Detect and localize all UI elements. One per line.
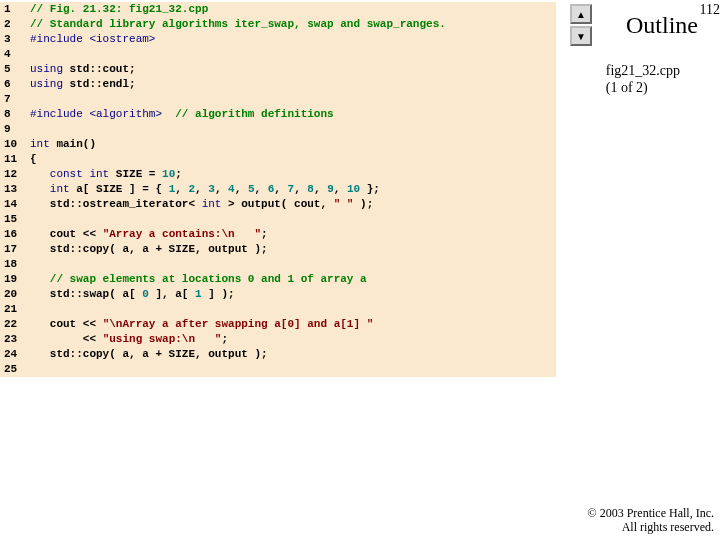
slide: 1// Fig. 21.32: fig21_32.cpp2// Standard… [0,0,720,540]
nav-up-button[interactable]: ▲ [570,4,592,24]
slide-caption: fig21_32.cpp (1 of 2) [606,62,680,96]
line-number: 8 [0,107,30,122]
code-line: 24 std::copy( a, a + SIZE, output ); [0,347,556,362]
copyright-line1: © 2003 Prentice Hall, Inc. [588,506,714,520]
code-text: #include <algorithm> // algorithm defini… [30,107,556,122]
code-line: 19 // swap elements at locations 0 and 1… [0,272,556,287]
code-text: int main() [30,137,556,152]
code-line: 8#include <algorithm> // algorithm defin… [0,107,556,122]
code-text: int a[ SIZE ] = { 1, 2, 3, 4, 5, 6, 7, 8… [30,182,556,197]
code-text [30,257,556,272]
code-text [30,362,556,377]
triangle-up-icon: ▲ [576,9,586,20]
code-text: using std::cout; [30,62,556,77]
code-text: const int SIZE = 10; [30,167,556,182]
line-number: 21 [0,302,30,317]
line-number: 17 [0,242,30,257]
page-number: 112 [700,2,720,18]
code-text [30,302,556,317]
code-line: 15 [0,212,556,227]
line-number: 25 [0,362,30,377]
line-number: 22 [0,317,30,332]
code-line: 12 const int SIZE = 10; [0,167,556,182]
copyright-line2: All rights reserved. [588,520,714,534]
code-text: { [30,152,556,167]
line-number: 3 [0,32,30,47]
code-line: 1// Fig. 21.32: fig21_32.cpp [0,2,556,17]
caption-file: fig21_32.cpp [606,62,680,79]
code-line: 13 int a[ SIZE ] = { 1, 2, 3, 4, 5, 6, 7… [0,182,556,197]
code-text [30,92,556,107]
line-number: 15 [0,212,30,227]
line-number: 16 [0,227,30,242]
code-line: 17 std::copy( a, a + SIZE, output ); [0,242,556,257]
line-number: 23 [0,332,30,347]
code-text: // Standard library algorithms iter_swap… [30,17,556,32]
code-text [30,212,556,227]
outline-title: Outline [626,12,698,39]
line-number: 4 [0,47,30,62]
code-text: #include <iostream> [30,32,556,47]
code-text: std::copy( a, a + SIZE, output ); [30,242,556,257]
code-line: 9 [0,122,556,137]
code-text: using std::endl; [30,77,556,92]
code-text [30,47,556,62]
code-text: std::ostream_iterator< int > output( cou… [30,197,556,212]
line-number: 19 [0,272,30,287]
code-text: // Fig. 21.32: fig21_32.cpp [30,2,556,17]
code-text: cout << "\nArray a after swapping a[0] a… [30,317,556,332]
line-number: 11 [0,152,30,167]
code-text: std::swap( a[ 0 ], a[ 1 ] ); [30,287,556,302]
line-number: 9 [0,122,30,137]
code-line: 18 [0,257,556,272]
code-line: 7 [0,92,556,107]
caption-page: (1 of 2) [606,79,680,96]
line-number: 10 [0,137,30,152]
code-listing: 1// Fig. 21.32: fig21_32.cpp2// Standard… [0,2,556,377]
code-line: 2// Standard library algorithms iter_swa… [0,17,556,32]
line-number: 6 [0,77,30,92]
code-text: // swap elements at locations 0 and 1 of… [30,272,556,287]
code-line: 16 cout << "Array a contains:\n "; [0,227,556,242]
code-line: 20 std::swap( a[ 0 ], a[ 1 ] ); [0,287,556,302]
code-line: 14 std::ostream_iterator< int > output( … [0,197,556,212]
code-text: std::copy( a, a + SIZE, output ); [30,347,556,362]
code-line: 11{ [0,152,556,167]
nav-down-button[interactable]: ▼ [570,26,592,46]
nav-buttons: ▲ ▼ [570,4,592,48]
code-line: 3#include <iostream> [0,32,556,47]
triangle-down-icon: ▼ [576,31,586,42]
line-number: 24 [0,347,30,362]
line-number: 7 [0,92,30,107]
line-number: 12 [0,167,30,182]
code-line: 6using std::endl; [0,77,556,92]
code-line: 22 cout << "\nArray a after swapping a[0… [0,317,556,332]
line-number: 20 [0,287,30,302]
code-line: 4 [0,47,556,62]
line-number: 5 [0,62,30,77]
line-number: 18 [0,257,30,272]
code-text: << "using swap:\n "; [30,332,556,347]
line-number: 14 [0,197,30,212]
code-line: 25 [0,362,556,377]
code-text [30,122,556,137]
code-line: 10int main() [0,137,556,152]
line-number: 13 [0,182,30,197]
line-number: 1 [0,2,30,17]
code-text: cout << "Array a contains:\n "; [30,227,556,242]
code-line: 21 [0,302,556,317]
code-line: 5using std::cout; [0,62,556,77]
copyright: © 2003 Prentice Hall, Inc. All rights re… [588,506,714,534]
line-number: 2 [0,17,30,32]
code-line: 23 << "using swap:\n "; [0,332,556,347]
